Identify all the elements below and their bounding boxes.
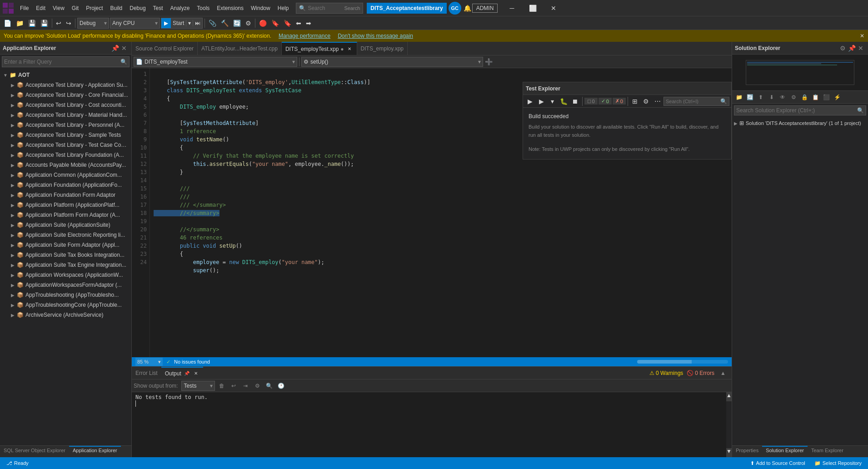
sol-toolbar-btn-9[interactable]: ⬛ <box>821 92 831 102</box>
group-btn[interactable]: ⊞ <box>630 96 640 106</box>
toolbar-attach-btn[interactable]: 📎 <box>207 19 218 28</box>
list-item[interactable]: ▶ 📦 Acceptance Test Library - Material H… <box>0 110 131 120</box>
toolbar-refresh-btn[interactable]: 🔄 <box>231 19 243 28</box>
list-item[interactable]: ▶ 📦 Application Platform Form Adaptor (A… <box>0 210 131 220</box>
toolbar-settings-btn[interactable]: ⚙ <box>244 19 253 28</box>
step-over-btn[interactable]: ⏭ <box>193 20 202 26</box>
aot-expand-icon[interactable]: ▼ <box>2 71 9 79</box>
zoom-dropdown[interactable]: 85 % ▾ <box>135 358 163 366</box>
team-explorer-tab[interactable]: Team Explorer <box>808 446 847 457</box>
list-item[interactable]: ▶ 📦 Acceptance Test Library - Cost accou… <box>0 100 131 110</box>
notifications-btn[interactable]: 🔔 <box>463 1 472 15</box>
output-settings-btn[interactable]: ⚙ <box>252 381 262 391</box>
toolbar-save-btn[interactable]: 💾 <box>26 19 38 28</box>
list-item[interactable]: ▶ 📦 Application Suite Form Adaptor (Appl… <box>0 240 131 250</box>
aot-root-item[interactable]: ▼ 📁 AOT <box>0 70 131 80</box>
add-source-control-btn[interactable]: ⬆ Add to Source Control <box>748 457 808 469</box>
close-button[interactable]: ✕ <box>543 0 564 16</box>
toolbar-redo-btn[interactable]: ↪ <box>64 19 73 28</box>
admin-button[interactable]: ADMIN <box>472 4 498 13</box>
menu-extensions[interactable]: Extensions <box>213 3 247 13</box>
file-nav-dropdown[interactable]: 📄 DITS_employTest ▾ <box>134 57 297 67</box>
tab-dits-employ[interactable]: DITS_employ.xpp <box>357 42 408 55</box>
toolbar-build-btn[interactable]: 🔨 <box>219 19 230 28</box>
scrollbar-down-btn[interactable]: ▼ <box>726 448 732 457</box>
toolbar-new-btn[interactable]: 📄 <box>2 19 13 28</box>
output-clock-btn[interactable]: 🕐 <box>276 381 286 391</box>
sol-close-btn[interactable]: ✕ <box>856 44 865 53</box>
global-search-input[interactable] <box>308 5 344 11</box>
tab-source-control[interactable]: Source Control Explorer <box>132 42 198 55</box>
menu-analyze[interactable]: Analyze <box>167 3 194 13</box>
list-item[interactable]: ▶ 📦 Acceptance Test Library - Personnel … <box>0 120 131 130</box>
filter-box[interactable]: 🔍 <box>2 56 130 67</box>
sol-toolbar-btn-5[interactable]: 👁 <box>778 92 788 102</box>
sql-server-tab[interactable]: SQL Server Object Explorer <box>0 446 69 457</box>
toolbar-bookmark-btn[interactable]: 🔖 <box>269 19 281 28</box>
run-selected-btn[interactable]: ▶ <box>536 96 547 106</box>
toolbar-breakpoint-btn[interactable]: 🔴 <box>257 19 269 28</box>
sol-toolbar-btn-1[interactable]: 📁 <box>734 92 744 102</box>
toolbar-bookmark2-btn[interactable]: 🔖 <box>282 19 293 28</box>
output-source-dropdown[interactable]: Tests ▾ <box>181 381 215 391</box>
error-list-tab[interactable]: Error List <box>132 367 161 379</box>
list-item[interactable]: ▶ 📦 Application Suite (ApplicationSuite) <box>0 220 131 230</box>
menu-help[interactable]: Help <box>274 3 293 13</box>
menu-view[interactable]: View <box>49 3 68 13</box>
sol-toolbar-btn-3[interactable]: ⬆ <box>756 92 766 102</box>
list-item[interactable]: ▶ 📦 ApplicationWorkspacesFormAdaptor (..… <box>0 280 131 290</box>
list-item[interactable]: ▶ 📦 Application Suite Tax Books Integrat… <box>0 250 131 260</box>
list-item[interactable]: ▶ 📦 AppTroubleshootingCore (AppTrouble..… <box>0 300 131 310</box>
start-dropdown-arrow[interactable]: ▾ <box>186 20 193 26</box>
menu-test[interactable]: Test <box>150 3 167 13</box>
list-item[interactable]: ▶ 📦 Application Workspaces (ApplicationW… <box>0 270 131 280</box>
expand-panel-btn[interactable]: ▲ <box>718 368 728 378</box>
list-item[interactable]: ▶ 📦 Acceptance Test Library - Test Case … <box>0 140 131 150</box>
menu-build[interactable]: Build <box>107 3 126 13</box>
tree-container[interactable]: ▼ 📁 AOT ▶ 📦 Acceptance Test Library - Ap… <box>0 69 131 445</box>
list-item[interactable]: ▶ 📦 Application Suite Tax Engine Integra… <box>0 260 131 270</box>
menu-git[interactable]: Git <box>68 3 82 13</box>
filter-btn[interactable]: ⚙ <box>641 96 652 106</box>
output-wrap-btn[interactable]: ↩ <box>229 381 239 391</box>
debug-config-dropdown[interactable]: Debug ▾ <box>77 18 109 29</box>
run-dropdown-btn[interactable]: ▾ <box>547 96 558 106</box>
list-item[interactable]: ▶ 📦 Accounts Payable Mobile (AccountsPay… <box>0 160 131 170</box>
menu-tools[interactable]: Tools <box>193 3 213 13</box>
list-item[interactable]: ▶ 📦 Application Foundation (ApplicationF… <box>0 180 131 190</box>
list-item[interactable]: ▶ 📦 Acceptance Test Library - Applicatio… <box>0 80 131 90</box>
method-nav-dropdown[interactable]: ⚙ setUp() ▾ <box>301 57 483 67</box>
sol-toolbar-btn-4[interactable]: ⬇ <box>767 92 777 102</box>
tab-dits-employ-test[interactable]: DITS_employTest.xpp ● ✕ <box>282 42 357 55</box>
sol-toolbar-btn-8[interactable]: 📋 <box>810 92 820 102</box>
scrollbar-up-btn[interactable]: ▲ <box>726 392 732 401</box>
sol-pin-btn[interactable]: 📌 <box>847 44 856 53</box>
output-tab-close[interactable]: ✕ <box>192 370 200 377</box>
toolbar-undo-btn[interactable]: ↩ <box>54 19 63 28</box>
solution-root-item[interactable]: ▶ ⊞ Solution 'DITS Acceptancetestlibrary… <box>732 118 868 128</box>
start-button[interactable]: ▶ Start ▾ ⏭ <box>161 18 203 29</box>
solution-tree[interactable]: ▶ ⊞ Solution 'DITS Acceptancetestlibrary… <box>732 117 868 445</box>
menu-window[interactable]: Window <box>247 3 274 13</box>
source-control-btn[interactable]: ⎇ Ready <box>4 457 31 469</box>
toolbar-open-btn[interactable]: 📁 <box>14 19 25 28</box>
cpu-dropdown[interactable]: Any CPU ▾ <box>110 18 160 29</box>
menu-file[interactable]: File <box>16 3 32 13</box>
global-search-box[interactable]: 🔍 Search <box>296 3 363 14</box>
list-item[interactable]: ▶ 📦 Application Foundation Form Adaptor <box>0 190 131 200</box>
sol-toolbar-btn-7[interactable]: 🔒 <box>799 92 809 102</box>
stop-btn[interactable]: ⏹ <box>570 96 580 106</box>
list-item[interactable]: ▶ 📦 Application Platform (ApplicationPla… <box>0 200 131 210</box>
solution-filter-input[interactable] <box>736 107 857 114</box>
output-scrollbar[interactable]: ▲ ▼ <box>726 392 732 457</box>
test-search-box[interactable]: 🔍 <box>663 97 729 106</box>
solution-filter-box[interactable]: 🔍 <box>734 105 866 115</box>
more-btn[interactable]: ⋯ <box>652 96 663 106</box>
debug-btn[interactable]: 🐛 <box>559 96 569 106</box>
scrollbar-track[interactable] <box>726 401 732 448</box>
filter-input[interactable] <box>4 59 120 65</box>
list-item[interactable]: ▶ 📦 Application Suite Electronic Reporti… <box>0 230 131 240</box>
select-repository-btn[interactable]: 📁 Select Repository <box>812 457 864 469</box>
toolbar-nav2-btn[interactable]: ➡ <box>304 19 313 28</box>
dont-show-link[interactable]: Don't show this message again <box>338 33 413 39</box>
